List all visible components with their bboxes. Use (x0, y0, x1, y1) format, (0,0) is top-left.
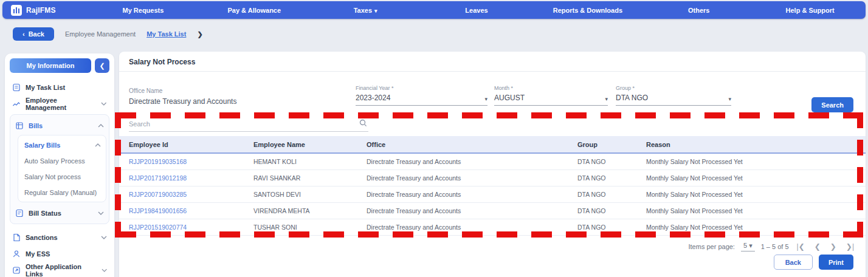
reason-cell: Monthly Salary Not Processed Yet (636, 219, 866, 235)
nav-item-taxes[interactable]: Taxes▾ (310, 7, 421, 14)
rajifms-logo-icon (11, 5, 22, 16)
sidebar-item-employee-management[interactable]: Employee Management (10, 95, 109, 112)
employee-id-link[interactable]: RJJP201519020774 (119, 219, 244, 235)
print-button[interactable]: Print (819, 255, 853, 270)
items-per-page-value: 5 (743, 242, 747, 249)
chevron-left-icon: ‹ (22, 30, 25, 38)
my-ess-icon (12, 250, 21, 258)
sidebar-item-label: My ESS (26, 250, 50, 258)
reason-cell: Monthly Salary Not Processed Yet (636, 186, 866, 202)
nav-item-pay-allowance[interactable]: Pay & Allowance (199, 7, 310, 14)
breadcrumb-my-task-list-link[interactable]: My Task List (146, 30, 186, 38)
sidebar-item-sanctions[interactable]: Sanctions (10, 229, 109, 245)
employee-name-cell: TUSHAR SONI (244, 219, 357, 235)
reason-cell: Monthly Salary Not Processed Yet (636, 169, 866, 186)
filter-row: Office Name Directrate Treasury and Acco… (119, 72, 866, 115)
sidebar-item-bill-status[interactable]: Bill Status (13, 205, 106, 221)
last-page-icon[interactable]: ❯| (844, 242, 856, 251)
table-row: RJJP201919035168 HEMANT KOLI Directrate … (119, 153, 866, 169)
group-cell: DTA NGO (568, 186, 636, 202)
bill-status-icon (15, 209, 24, 217)
sidebar-item-my-ess[interactable]: My ESS (10, 245, 109, 262)
group-value: DTA NGO (616, 94, 648, 102)
employee-id-link[interactable]: RJJP200719003285 (119, 186, 244, 202)
reason-cell: Monthly Salary Not Processed Yet (636, 202, 866, 219)
chevron-down-icon (101, 236, 107, 239)
sidebar-item-label: Employee Management (26, 97, 96, 111)
footer-back-button[interactable]: Back (774, 255, 813, 270)
sidebar-item-label: Sanctions (26, 234, 58, 241)
nav-item-reports-downloads[interactable]: Reports & Downloads (532, 7, 643, 14)
sidebar-item-salary-bills[interactable]: Salary Bills (21, 137, 103, 153)
sidebar-item-auto-salary-process[interactable]: Auto Salary Process (21, 153, 103, 169)
my-information-button[interactable]: My Information (10, 58, 91, 73)
employee-id-link[interactable]: RJJP201719012198 (119, 169, 244, 186)
table-header-row: Employee Id Employee Name Office Group R… (119, 136, 866, 153)
office-name-value: Directrate Treasury and Accounts (129, 97, 236, 106)
sidebar-item-other-application-links[interactable]: Other Application Links (10, 262, 109, 277)
column-header-employee-id: Employee Id (119, 136, 244, 153)
office-cell: Directrate Treasury and Accounts (357, 186, 568, 202)
office-name-label: Office Name (129, 87, 236, 94)
top-navbar: RajIFMS My Requests Pay & Allowance Taxe… (2, 1, 866, 19)
chevron-left-icon: ❮ (99, 62, 105, 69)
collapse-sidebar-button[interactable]: ❮ (95, 58, 109, 73)
employee-name-cell: SANTOSH DEVI (244, 186, 357, 202)
salary-not-process-panel: Salary Not Process Office Name Directrat… (119, 52, 866, 277)
sidebar-item-regular-salary-manual[interactable]: Regular Salary (Manual) (21, 185, 103, 200)
breadcrumb: ‹ Back Employee Management My Task List … (0, 23, 203, 45)
nav-item-my-requests[interactable]: My Requests (88, 7, 199, 14)
sidebar-item-salary-not-process[interactable]: Salary Not process (21, 169, 103, 185)
next-page-icon[interactable]: ❯ (828, 242, 838, 251)
prev-page-icon[interactable]: ❮ (813, 242, 822, 251)
sidebar-item-label: Salary Bills (24, 142, 60, 149)
employee-name-cell: RAVI SHANKAR (244, 169, 357, 186)
group-select[interactable]: Group * DTA NGO▾ (616, 85, 731, 106)
chevron-down-icon (101, 102, 107, 106)
column-header-reason: Reason (636, 136, 866, 153)
chevron-down-icon (102, 268, 107, 272)
items-per-page-select[interactable]: 5 ▾ (741, 242, 755, 251)
chevron-down-icon (98, 211, 104, 215)
nav-item-leaves[interactable]: Leaves (421, 7, 532, 14)
sanctions-icon (12, 233, 21, 242)
financial-year-select[interactable]: Financial Year * 2023-2024▾ (356, 85, 487, 106)
employee-id-link[interactable]: RJJP198419001656 (119, 202, 244, 219)
employee-id-link[interactable]: RJJP201919035168 (119, 153, 244, 169)
month-select[interactable]: Month * AUGUST▾ (494, 85, 608, 106)
employee-management-icon (12, 100, 21, 108)
table-row: RJJP201719012198 RAVI SHANKAR Directrate… (119, 169, 866, 186)
pagination: Items per page: 5 ▾ 1 – 5 of 5 |❮ ❮ ❯ ❯| (119, 236, 866, 251)
group-cell: DTA NGO (568, 153, 636, 169)
sidebar-item-bills[interactable]: Bills (13, 117, 106, 134)
first-page-icon[interactable]: |❮ (795, 242, 807, 251)
bills-group: Bills Salary Bills Auto Salary Process S… (10, 114, 109, 224)
employee-name-cell: VIRENDRA MEHTA (244, 202, 357, 219)
sidebar-item-label: Bills (29, 122, 43, 129)
chevron-down-icon: ▾ (374, 8, 377, 14)
task-list-icon (12, 83, 21, 92)
sidebar-item-label: My Task List (26, 84, 65, 91)
column-header-group: Group (568, 136, 636, 153)
group-label: Group * (616, 85, 731, 91)
column-header-employee-name: Employee Name (244, 136, 357, 153)
chevron-up-icon (98, 124, 104, 128)
nav-item-others[interactable]: Others (643, 7, 754, 14)
nav-item-taxes-label: Taxes (354, 7, 372, 14)
nav-item-help-support[interactable]: Help & Support (754, 7, 866, 14)
back-button[interactable]: ‹ Back (13, 27, 54, 41)
pagination-range: 1 – 5 of 5 (761, 243, 789, 250)
table-search (129, 118, 368, 132)
reason-cell: Monthly Salary Not Processed Yet (636, 153, 866, 169)
dropdown-arrow-icon: ▾ (749, 242, 753, 249)
office-cell: Directrate Treasury and Accounts (357, 153, 568, 169)
salary-bills-group: Salary Bills Auto Salary Process Salary … (18, 135, 106, 202)
search-input[interactable] (129, 119, 368, 132)
sidebar-item-my-task-list[interactable]: My Task List (10, 79, 109, 95)
financial-year-label: Financial Year * (356, 85, 487, 91)
search-button[interactable]: Search (811, 97, 853, 112)
chevron-right-icon: ❯ (197, 30, 202, 38)
sidebar-item-label: Bill Status (29, 210, 61, 217)
back-button-label: Back (29, 30, 44, 38)
employee-name-cell: HEMANT KOLI (244, 153, 357, 169)
